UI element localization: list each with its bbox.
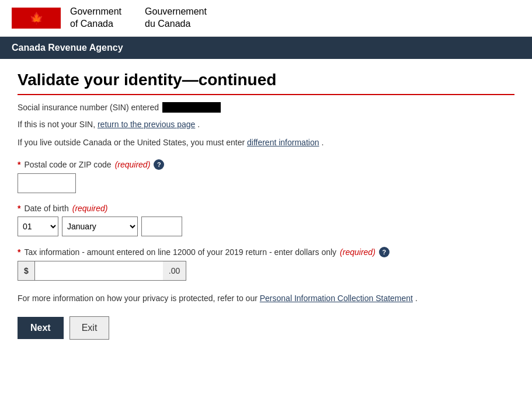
- tax-input-row: $ .00: [18, 261, 514, 281]
- cents-label: .00: [163, 261, 186, 281]
- postal-required-text: (required): [115, 160, 151, 169]
- sin-label-text: Social insurance number (SIN) entered: [18, 103, 159, 112]
- tax-help-icon[interactable]: ?: [379, 247, 390, 257]
- different-information-link[interactable]: different information: [247, 138, 319, 147]
- sin-redacted-value: [162, 102, 221, 113]
- postal-code-input[interactable]: [18, 173, 76, 193]
- dob-required-star: *: [18, 204, 20, 213]
- dob-label: * Date of birth (required): [18, 204, 514, 213]
- next-button[interactable]: Next: [18, 317, 64, 339]
- privacy-line: For more information on how your privacy…: [18, 292, 514, 305]
- gov-name-english: Government of Canada: [70, 6, 121, 30]
- tax-required-star: *: [18, 247, 20, 257]
- postal-code-label: * Postal code or ZIP code (required) ?: [18, 159, 514, 170]
- page-title: Validate your identity—continued: [18, 71, 514, 95]
- dob-section: * Date of birth (required) 01 02 03 04 0…: [18, 204, 514, 236]
- not-your-sin-line: If this is not your SIN, return to the p…: [18, 118, 514, 131]
- agency-bar: Canada Revenue Agency: [0, 37, 532, 59]
- sin-entered-line: Social insurance number (SIN) entered: [18, 102, 514, 113]
- gov-name-french: Gouvernement du Canada: [145, 6, 207, 30]
- privacy-statement-link[interactable]: Personal Information Collection Statemen…: [260, 294, 413, 303]
- flag-left-band: [12, 8, 28, 29]
- tax-info-label: * Tax information - amount entered on li…: [18, 247, 514, 257]
- dollar-sign-label: $: [18, 261, 34, 281]
- outside-canada-line: If you live outside Canada or the United…: [18, 137, 514, 149]
- tax-info-section: * Tax information - amount entered on li…: [18, 247, 514, 281]
- flag-right-band: [44, 8, 61, 29]
- tax-amount-input[interactable]: [34, 261, 163, 281]
- dob-required-text: (required): [72, 204, 108, 213]
- site-header: 🍁 Government of Canada Gouvernement du C…: [0, 0, 532, 37]
- main-content: Validate your identity—continued Social …: [0, 59, 532, 351]
- dob-row: 01 02 03 04 05 06 07 08 09 10 11 12 13 1…: [18, 217, 514, 236]
- exit-button[interactable]: Exit: [69, 316, 110, 340]
- tax-required-text: (required): [340, 247, 375, 257]
- canada-flag-logo: 🍁: [12, 8, 61, 29]
- button-row: Next Exit: [18, 316, 514, 340]
- agency-title: Canada Revenue Agency: [12, 43, 123, 53]
- return-previous-page-link[interactable]: return to the previous page: [98, 120, 195, 129]
- postal-help-icon[interactable]: ?: [154, 159, 164, 170]
- postal-code-section: * Postal code or ZIP code (required) ?: [18, 159, 514, 193]
- dob-year-input[interactable]: [141, 217, 182, 236]
- flag-maple-leaf: 🍁: [28, 8, 44, 29]
- dob-day-select[interactable]: 01 02 03 04 05 06 07 08 09 10 11 12 13 1…: [18, 217, 58, 236]
- dob-month-select[interactable]: January February March April May June Ju…: [62, 217, 138, 236]
- postal-required-star: *: [18, 160, 20, 169]
- government-name: Government of Canada Gouvernement du Can…: [70, 6, 207, 30]
